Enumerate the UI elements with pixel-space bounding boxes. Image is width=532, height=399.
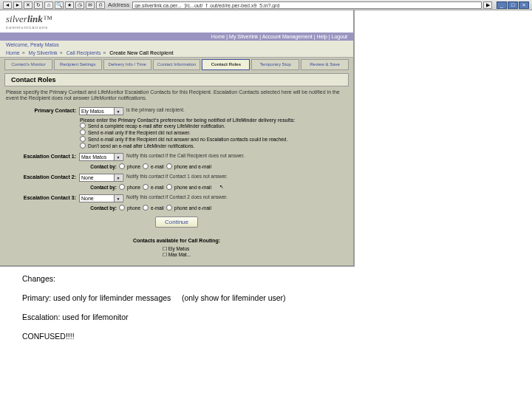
- esc3-dropdown[interactable]: None: [79, 194, 123, 202]
- tab-contact-roles[interactable]: Contact Roles: [202, 59, 250, 70]
- esc2-both-radio[interactable]: [166, 184, 172, 190]
- esc1-hint: Notify this contact if the Call Recipien…: [126, 153, 245, 158]
- minimize-icon[interactable]: _: [497, 1, 507, 9]
- logo: silverlink™: [6, 13, 52, 25]
- available-contact-1: Ely Matos: [163, 246, 191, 252]
- primary-contact-dropdown[interactable]: Ely Matos: [79, 107, 123, 115]
- esc2-both-label: phone and e-mail: [174, 185, 211, 190]
- tab-delivery-info[interactable]: Delivery Info / Time: [103, 59, 151, 70]
- print-icon[interactable]: ⎙: [96, 1, 105, 9]
- primary-opt4-label: Don't send an e-mail after LifeMinder no…: [88, 143, 194, 149]
- forward-icon[interactable]: ►: [13, 1, 22, 9]
- primary-contact-hint: is the primary call recipient.: [126, 107, 185, 112]
- primary-opt4-radio[interactable]: [80, 143, 86, 149]
- primary-opt2-radio[interactable]: [80, 129, 86, 135]
- address-input[interactable]: ge.silverlink.ca.per..._]/c...out/_f_out…: [132, 1, 482, 9]
- search-icon[interactable]: 🔍: [55, 1, 64, 9]
- instructions-text: Please specify the Primary Contact and L…: [0, 86, 353, 105]
- esc3-label: Escalation Contact 3:: [6, 194, 76, 200]
- mail-icon[interactable]: ✉: [86, 1, 95, 9]
- esc2-hint: Notify this contact if Contact 1 does no…: [126, 174, 228, 179]
- esc2-phone-label: phone: [127, 185, 140, 190]
- header: silverlink™ communications: [0, 10, 353, 33]
- logo-part1: silver: [6, 13, 27, 24]
- primary-opt1-radio[interactable]: [80, 123, 86, 129]
- tab-bar: Contact's Monitor Recipient Settings Del…: [0, 58, 353, 72]
- available-contacts-title: Contacts available for Call Routing:: [10, 238, 343, 243]
- breadcrumb-home[interactable]: Home: [6, 50, 20, 55]
- go-button[interactable]: ▶: [483, 1, 492, 9]
- primary-contact-label: Primary Contact:: [6, 107, 76, 113]
- tab-review-save[interactable]: Review & Save: [301, 59, 349, 70]
- cursor-icon: ↖: [219, 184, 224, 190]
- stop-icon[interactable]: ✕: [24, 1, 33, 9]
- esc1-label: Escalation Contact 1:: [6, 153, 76, 159]
- tab-contacts-monitor[interactable]: Contact's Monitor: [4, 59, 52, 70]
- breadcrumb: Home» My Silverlink» Call Recipients» Cr…: [0, 49, 353, 58]
- address-label: Address: [108, 1, 129, 8]
- esc2-email-label: e-mail: [151, 185, 164, 190]
- back-icon[interactable]: ◄: [3, 1, 12, 9]
- tab-recipient-settings[interactable]: Recipient Settings: [54, 59, 102, 70]
- note-changes: Changes:: [22, 274, 510, 283]
- note-primary-a: Primary: used only for lifeminder messag…: [22, 293, 171, 302]
- breadcrumb-current: Create New Call Recipient: [109, 50, 173, 55]
- home-icon[interactable]: ⌂: [44, 1, 53, 9]
- note-primary: Primary: used only for lifeminder messag…: [22, 293, 510, 302]
- esc1-phone-radio[interactable]: [119, 163, 125, 169]
- note-escalation: Escalation: used for lifemonitor: [22, 313, 510, 321]
- primary-opt2-label: Send e-mail only if the Recipient did no…: [88, 130, 191, 135]
- favorites-icon[interactable]: ★: [65, 1, 74, 9]
- esc3-phone-label: phone: [127, 205, 140, 211]
- esc3-phone-radio[interactable]: [119, 205, 125, 211]
- esc2-contactby-label: Contact by:: [80, 185, 117, 190]
- tab-contact-info[interactable]: Contact Information: [153, 59, 201, 70]
- esc2-label: Escalation Contact 2:: [6, 174, 76, 180]
- esc2-email-radio[interactable]: [143, 184, 149, 190]
- note-primary-b: (only show for lifeminder user): [182, 293, 286, 302]
- esc3-both-radio[interactable]: [166, 205, 172, 211]
- tab-temp-stop[interactable]: Temporary Stop: [251, 59, 299, 70]
- esc3-hint: Notify this contact if Contact 2 does no…: [126, 194, 228, 200]
- esc3-both-label: phone and e-mail: [174, 205, 211, 211]
- section-title: Contact Roles: [4, 73, 349, 86]
- annotation-notes: Changes: Primary: used only for lifemind…: [0, 267, 532, 358]
- esc2-phone-radio[interactable]: [119, 184, 125, 190]
- breadcrumb-mysilverlink[interactable]: My Silverlink: [29, 50, 58, 55]
- esc1-email-radio[interactable]: [143, 163, 149, 169]
- esc3-email-radio[interactable]: [143, 205, 149, 211]
- browser-toolbar: ◄ ► ✕ ↻ ⌂ 🔍 ★ ◷ ✉ ⎙ Address ge.silverlin…: [0, 0, 532, 10]
- esc3-email-label: e-mail: [151, 205, 164, 211]
- available-contact-2: Max Mat...: [163, 252, 191, 258]
- welcome-text: Welcome, Peaty Matos: [0, 41, 353, 49]
- esc1-both-label: phone and e-mail: [174, 164, 211, 169]
- esc3-contactby-label: Contact by:: [80, 205, 117, 211]
- logo-part2: link: [27, 13, 43, 24]
- logo-subtitle: communications: [6, 25, 52, 30]
- maximize-icon[interactable]: □: [508, 1, 518, 9]
- esc1-email-label: e-mail: [151, 164, 164, 169]
- continue-button[interactable]: Continue: [155, 216, 198, 228]
- primary-preference-prompt: Please enter the Primary Contact's prefe…: [80, 117, 347, 123]
- breadcrumb-recipients[interactable]: Call Recipients: [66, 50, 101, 55]
- esc1-phone-label: phone: [127, 164, 140, 169]
- esc1-both-radio[interactable]: [166, 163, 172, 169]
- primary-opt3-radio[interactable]: [80, 136, 86, 142]
- app-container: silverlink™ communications Home | My Sil…: [0, 10, 355, 267]
- refresh-icon[interactable]: ↻: [34, 1, 43, 9]
- esc1-dropdown[interactable]: Max Matos: [79, 153, 123, 161]
- note-confused: CONFUSED!!!!: [22, 332, 510, 341]
- history-icon[interactable]: ◷: [75, 1, 84, 9]
- utility-links[interactable]: Home | My Silverlink | Account Managemen…: [0, 33, 353, 41]
- logo-tm: ™: [43, 13, 52, 24]
- close-icon[interactable]: ×: [519, 1, 529, 9]
- esc1-contactby-label: Contact by:: [80, 164, 117, 169]
- primary-opt3-label: Send e-mail only if the Recipient did no…: [88, 137, 287, 142]
- esc2-dropdown[interactable]: None: [79, 174, 123, 182]
- primary-opt1-label: Send a complete recap e-mail after every…: [88, 123, 225, 129]
